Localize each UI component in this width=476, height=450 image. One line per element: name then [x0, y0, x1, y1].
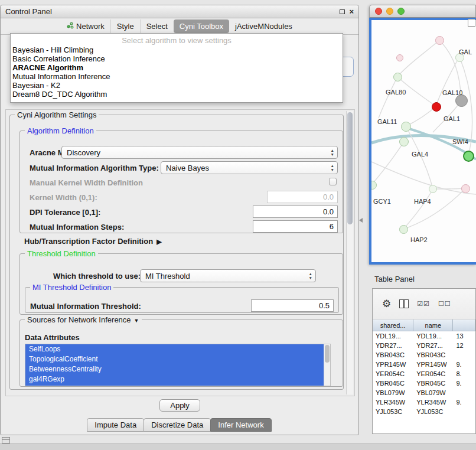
algorithm-option-mutual-information[interactable]: Mutual Information Inference: [11, 72, 343, 81]
attribute-selfloops[interactable]: SelfLoops: [25, 344, 324, 354]
column-header-name[interactable]: name: [413, 319, 453, 331]
algorithm-option-bayesian-k2[interactable]: Bayesian - K2: [11, 81, 343, 90]
attribute-topologicalcoefficient[interactable]: TopologicalCoefficient: [25, 354, 324, 364]
manual-kernel-width-checkbox[interactable]: [329, 178, 337, 185]
network-node-red[interactable]: [432, 102, 441, 112]
network-node-gal80[interactable]: [393, 73, 402, 81]
attribute-gal4rgexp[interactable]: gal4RGexp: [25, 374, 324, 384]
cell-shared-name[interactable]: YJL053C: [373, 408, 413, 415]
aracne-mode-combobox[interactable]: Discovery ▲▼: [61, 146, 338, 159]
cell-shared-name[interactable]: YER054C: [373, 370, 413, 377]
cell-name[interactable]: YDR27...: [413, 342, 453, 349]
network-node-gal4[interactable]: [399, 137, 409, 146]
table-row[interactable]: YER054C YER054C 8.: [373, 369, 475, 379]
mi-steps-field[interactable]: 6: [253, 220, 338, 233]
cell-name[interactable]: YJL053C: [413, 408, 453, 415]
algorithm-option-bayesian-hill-climbing[interactable]: Bayesian - Hill Climbing: [11, 45, 343, 54]
table-row[interactable]: YJL053C YJL053C: [373, 407, 475, 416]
mi-threshold-field[interactable]: 0.5: [251, 299, 334, 312]
cell-value[interactable]: 13: [453, 332, 475, 340]
control-panel-titlebar[interactable]: Control Panel ×: [1, 5, 358, 18]
cell-shared-name[interactable]: YLR345W: [373, 399, 413, 406]
select-all-checks-icon[interactable]: ☑☑: [417, 300, 430, 308]
tab-jactivemodules[interactable]: jActiveMNodules: [229, 19, 298, 33]
tab-style[interactable]: Style: [110, 19, 140, 33]
settings-vertical-scrollbar[interactable]: [346, 111, 353, 394]
cell-name[interactable]: YBR043C: [413, 351, 453, 358]
tab-discretize-data[interactable]: Discretize Data: [144, 418, 211, 432]
cell-value[interactable]: 9.: [453, 361, 475, 368]
kernel-width-field[interactable]: 0.0: [267, 191, 338, 203]
cell-value[interactable]: 9.: [453, 399, 475, 406]
table-row[interactable]: YLR345W YLR345W 9.: [373, 397, 475, 407]
sources-title[interactable]: Sources for Network Inference▼: [25, 315, 142, 324]
minimized-panel-icon[interactable]: [2, 437, 10, 444]
cell-value[interactable]: 8.: [453, 370, 475, 377]
table-row[interactable]: YBR043C YBR043C: [373, 350, 475, 360]
which-threshold-combobox[interactable]: MI Threshold ▲▼: [140, 269, 316, 282]
cell-name[interactable]: YLR345W: [413, 399, 453, 406]
cell-shared-name[interactable]: YPR145W: [373, 361, 413, 368]
minimize-traffic-light[interactable]: [386, 8, 393, 15]
algorithm-option-aracne[interactable]: ARACNE Algorithm: [11, 63, 343, 72]
close-traffic-light[interactable]: [375, 8, 382, 15]
cell-name[interactable]: YER054C: [413, 370, 453, 377]
attribute-list-scrollbar-thumb[interactable]: [325, 345, 330, 363]
network-node-gray[interactable]: [455, 94, 468, 107]
collapse-down-icon[interactable]: ▼: [134, 318, 139, 324]
tab-impute-data[interactable]: Impute Data: [87, 418, 144, 432]
data-attributes-list[interactable]: SelfLoops TopologicalCoefficient Between…: [25, 344, 331, 386]
close-window-icon[interactable]: ×: [349, 9, 354, 15]
table-row[interactable]: YBL079W YBL079W: [373, 388, 475, 397]
expand-right-icon[interactable]: ▶: [157, 238, 161, 245]
network-node-hap2[interactable]: [399, 225, 408, 234]
columns-icon[interactable]: [399, 299, 409, 308]
tab-select[interactable]: Select: [140, 19, 174, 33]
tab-cyni-toolbox[interactable]: Cyni Toolbox: [174, 19, 229, 33]
table-row[interactable]: YDR27... YDR27... 12: [373, 341, 475, 350]
tab-network[interactable]: Network: [61, 19, 110, 33]
cell-value[interactable]: 12: [453, 342, 475, 349]
network-canvas[interactable]: GAL GAL80 GAL10 GAL11 GAL1 SWI4 GAL4 GCY…: [371, 20, 476, 262]
hub-transcription-factor-section[interactable]: Hub/Transcription Factor Definition▶: [24, 237, 162, 246]
attribute-betweennesscentrality[interactable]: BetweennessCentrality: [25, 364, 324, 374]
attribute-list-scrollbar[interactable]: [324, 344, 330, 386]
cell-shared-name[interactable]: YDR27...: [373, 342, 413, 349]
gear-icon[interactable]: ⚙: [382, 299, 391, 309]
cell-shared-name[interactable]: YDL19...: [373, 332, 413, 340]
cell-shared-name[interactable]: YBR043C: [373, 351, 413, 358]
table-row[interactable]: YPR145W YPR145W 9.: [373, 360, 475, 369]
cell-name[interactable]: YBR045C: [413, 380, 453, 387]
cell-value[interactable]: 9.: [453, 380, 475, 387]
algorithm-option-basic-correlation[interactable]: Basic Correlation Inference: [11, 54, 343, 63]
column-header-shared-name[interactable]: shared...: [373, 319, 413, 331]
table-row[interactable]: YBR045C YBR045C 9.: [373, 379, 475, 388]
deselect-all-checks-icon[interactable]: ☐☐: [438, 300, 451, 308]
settings-scrollbar-thumb[interactable]: [347, 112, 353, 224]
cell-name[interactable]: YBL079W: [413, 389, 453, 396]
status-bar: [0, 444, 476, 450]
algorithm-option-dream8[interactable]: Dream8 DC_TDC Algorithm: [11, 90, 343, 99]
mi-algorithm-type-combobox[interactable]: Naive Bayes ▲▼: [161, 161, 338, 174]
network-node-pink-top[interactable]: [435, 36, 444, 45]
panel-splitter-handle[interactable]: [359, 218, 363, 223]
network-node-gal11[interactable]: [401, 122, 411, 132]
network-window-titlebar[interactable]: [369, 5, 476, 18]
network-node-center[interactable]: [429, 185, 437, 193]
cell-shared-name[interactable]: YBR045C: [373, 380, 413, 387]
network-node-pink-small[interactable]: [396, 54, 403, 61]
cell-name[interactable]: YPR145W: [413, 361, 453, 368]
cell-shared-name[interactable]: YBL079W: [373, 389, 413, 396]
column-header-partial[interactable]: [453, 319, 475, 331]
cell-name[interactable]: YDL19...: [413, 332, 453, 340]
algorithm-definition-title: Algorithm Definition: [25, 126, 96, 135]
zoom-traffic-light[interactable]: [397, 8, 405, 15]
table-row[interactable]: YDL19... YDL19... 13: [373, 331, 475, 341]
dpi-tolerance-field[interactable]: 0.0: [253, 206, 338, 218]
apply-button[interactable]: Apply: [159, 399, 200, 412]
tab-infer-network[interactable]: Infer Network: [210, 418, 271, 432]
network-overview-toggle[interactable]: [468, 19, 475, 27]
network-node-hap4[interactable]: [461, 184, 470, 193]
float-window-icon[interactable]: [340, 9, 345, 14]
network-node-bright-green[interactable]: [463, 151, 474, 162]
